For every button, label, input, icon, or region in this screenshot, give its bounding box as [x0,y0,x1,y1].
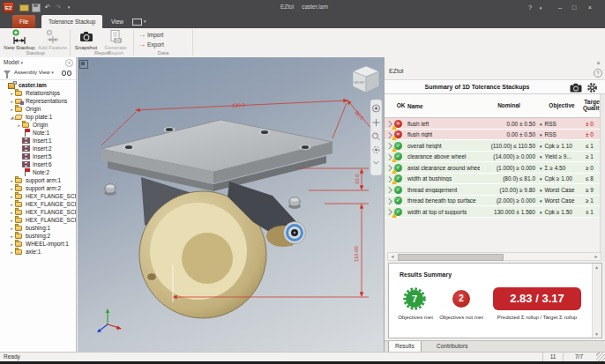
filter-icon[interactable] [4,71,11,75]
expander-icon[interactable]: ▸ [9,234,15,239]
results-vertical-scrollbar[interactable]: ▲ ▼ [592,264,601,338]
stackup-row-axial-clearance-around-wheel[interactable]: ✓axial clearance around wheel(1.000) ≥ 0… [385,162,601,174]
objective-dropdown-icon[interactable]: ▼ [539,199,542,204]
maximize-button[interactable]: □ [568,3,580,13]
stackup-row-thread-engagement[interactable]: ✓thread engagement(10.00) ≥ 9.80▼Worst C… [385,184,601,196]
stackup-row-flush-left[interactable]: ×flush left0.00 ± 0.50▼RSS± 0 [385,118,601,130]
tree-item-representations[interactable]: ▸Representations [0,97,76,105]
expander-icon[interactable]: ▸ [9,99,15,104]
tree-item-relationships[interactable]: ▸Relationships [0,89,76,97]
expander-icon[interactable]: ▸ [9,249,15,255]
table-vertical-scrollbar[interactable] [600,94,605,261]
objective-cell[interactable]: ▼Worst Case [538,187,586,193]
objective-dropdown-icon[interactable]: ▼ [539,145,542,149]
tree-item-bushing-2[interactable]: ▸bushing:2 [0,232,76,240]
tree-item-note-2[interactable]: Note:2 [0,168,76,176]
undo-icon[interactable]: ↶ [42,2,53,13]
expander-icon[interactable]: ▸ [9,210,15,215]
scroll-up-icon[interactable]: ▲ [593,264,601,270]
panel-close-icon[interactable]: × [594,59,602,67]
tree-item-wheel-import-1[interactable]: ▸WHEEL-import:1 [0,240,76,248]
snapshot-table-button[interactable] [570,83,582,93]
expander-icon[interactable]: ▸ [9,178,15,183]
col-nominal[interactable]: Nominal [480,103,538,109]
top-plate[interactable] [101,120,332,191]
model-panel-header[interactable]: Model ▾ ▾ [0,57,76,68]
tree-item-insert-6[interactable]: Insert:6 [0,160,76,168]
tree-item-bushing-1[interactable]: ▸bushing:1 [0,224,76,232]
expander-icon[interactable]: ▸ [9,186,15,191]
panel-help-icon[interactable]: ? [594,69,602,78]
scroll-down-icon[interactable]: ▼ [593,331,601,337]
scroll-right-icon[interactable]: ► [592,253,601,260]
find-icon[interactable] [62,71,71,77]
objective-dropdown-icon[interactable]: ▼ [539,189,542,193]
assembly-view-dropdown[interactable]: Assembly View ▾ [14,70,54,75]
tree-item-top-plate-1[interactable]: ◢top plate:1 [0,113,76,121]
row-expander-icon[interactable] [385,184,394,195]
tree-item-axle-1[interactable]: ▸axle:1 [0,248,76,256]
tree-item-support-arm-1[interactable]: ▸support arm:1 [0,176,76,184]
objective-cell[interactable]: ▼Cpk ≥ 1.10 [538,143,586,149]
stackup-row-thread-beneath-top-surface[interactable]: ✓thread beneath top surface(2.000) ≥ 0.0… [385,196,601,207]
navigation-bar[interactable] [370,100,382,175]
tree-item-caster-iam[interactable]: caster.iam [0,81,76,89]
tab-tolerance-stackup[interactable]: Tolerance Stackup [41,15,102,28]
expander-icon[interactable]: ▸ [9,218,15,223]
tree-item-insert-5[interactable]: Insert:5 [0,152,76,160]
panel-options-icon[interactable]: ▾ [65,59,73,67]
import-button[interactable]: →Import [138,30,163,40]
stackup-row-width-at-bushings[interactable]: ✓width at bushings(80.0) ≤ 81.0▼Cpk ≥ 1.… [385,174,601,185]
expander-icon[interactable]: ▸ [9,91,15,96]
objective-dropdown-icon[interactable]: ▼ [539,123,542,127]
stackup-row-overall-height[interactable]: ✓overall height(110.00) ≤ 110.50▼Cpk ≥ 1… [385,140,601,152]
stackup-row-clearance-above-wheel[interactable]: ✓clearance above wheel(14.000) ≥ 0.000▼Y… [385,152,601,163]
expander-icon[interactable]: ▸ [9,241,15,247]
close-button[interactable]: × [584,3,596,13]
expander-icon[interactable]: ▸ [16,123,22,128]
objective-dropdown-icon[interactable]: ▼ [539,133,542,137]
export-button[interactable]: →Export [138,40,164,49]
tree-item-hex-flange-screw-import-2[interactable]: ▸HEX_FLANGE_SCREW-import:2 [0,200,76,208]
objective-cell[interactable]: ▼Worst Case [538,197,586,204]
objective-cell[interactable]: ▼RSS [538,131,586,137]
resize-grip[interactable] [596,353,605,361]
settings-button[interactable] [586,82,598,94]
objective-dropdown-icon[interactable]: ▼ [539,155,542,160]
scrollbar-thumb[interactable] [398,254,504,261]
tab-file[interactable]: File [12,15,35,28]
tree-item-hex-flange-screw-import-4[interactable]: ▸HEX_FLANGE_SCREW-import:4 [0,216,76,224]
screen-selector[interactable]: ▾ [132,18,153,26]
expander-icon[interactable]: ▸ [9,194,15,199]
scroll-left-icon[interactable]: ◄ [388,253,397,260]
tab-contributors[interactable]: Contributors [430,341,474,352]
eztol-logo-icon[interactable]: EZ [3,2,14,13]
objective-cell[interactable]: ▼Cpk ≥ 1.00 [538,175,586,182]
3d-viewport[interactable]: ? [78,57,384,352]
save-icon[interactable] [32,4,41,12]
col-name[interactable]: Name [407,103,480,109]
objective-cell[interactable]: ▼Yield ≥ 9... [538,153,586,160]
tree-item-hex-flange-screw-import-3[interactable]: ▸HEX_FLANGE_SCREW-import:3 [0,208,76,216]
view-cube[interactable]: FRONT [353,66,379,93]
expander-icon[interactable]: ▸ [9,202,15,207]
table-horizontal-scrollbar[interactable]: ◄ ► [387,252,601,261]
tree-item-note-1[interactable]: Note:1 [0,129,76,137]
objective-cell[interactable]: ▼RSS [538,121,586,127]
expander-icon[interactable]: ▸ [9,226,15,231]
tree-item-support-arm-2[interactable]: ▸support arm:2 [0,184,76,192]
tree-item-insert-2[interactable]: Insert:2 [0,145,76,152]
redo-icon[interactable]: ↷ [53,2,63,13]
stackup-row-width-at-top-of-supports[interactable]: ✓width at top of supports130.000 ± 1.560… [385,206,601,218]
col-ok[interactable]: OK [394,103,407,109]
qat-dropdown-icon[interactable]: ▾ [63,2,74,13]
stackup-row-flush-right[interactable]: ×flush right0.00 ± 0.50▼RSS± 0 [385,130,601,141]
help-dropdown-icon[interactable]: ▾ [534,3,547,13]
tree-item-hex-flange-screw-import-1[interactable]: ▸HEX_FLANGE_SCREW-import:1 [0,192,76,200]
viewport-dock-icon[interactable] [79,60,88,69]
viewport-help-icon[interactable]: ? [79,71,88,79]
minimize-button[interactable]: – [554,3,566,13]
tree-item-insert-1[interactable]: Insert:1 [0,137,76,145]
tab-view[interactable]: View [104,15,131,28]
objective-cell[interactable]: ▼Cpk ≥ 1.50 [538,209,586,215]
